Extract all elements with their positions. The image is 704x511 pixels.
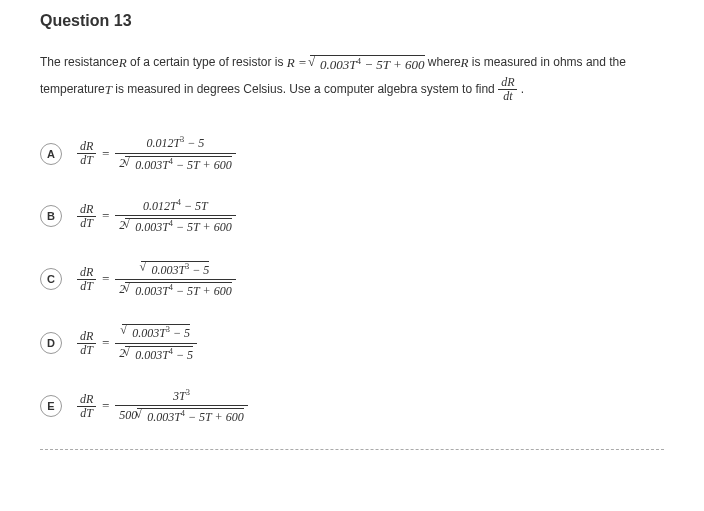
stem-var-r: R <box>119 50 127 76</box>
stem-var-r: R <box>461 50 469 76</box>
option-math: dRdT = 0.003T3 − 5 20.003T4 − 5 <box>77 322 197 364</box>
sqrt-icon: 0.003T3 − 5 <box>122 324 190 340</box>
rhs-frac: 3T3 5000.003T4 − 5T + 600 <box>115 386 248 427</box>
equals: = <box>101 271 110 287</box>
stem-equation: R = 0.003T4 − 5T + 600 <box>287 50 425 76</box>
rhs-frac: 0.012T4 − 5T 20.003T4 − 5T + 600 <box>115 196 236 237</box>
option-math: dRdT = 0.012T4 − 5T 20.003T4 − 5T + 600 <box>77 196 236 237</box>
sqrt-icon: 0.003T3 − 5 <box>141 261 209 277</box>
radio-icon: A <box>40 143 62 165</box>
num-rad: 0.003T3 − 5 <box>132 326 190 340</box>
lhs-num: dR <box>77 330 96 344</box>
lhs-num: dR <box>77 140 96 154</box>
rhs-num: 0.003T3 − 5 <box>115 259 236 280</box>
rhs-num: 0.012T3 − 5 <box>115 133 236 153</box>
rhs-den: 20.003T4 − 5T + 600 <box>115 154 236 174</box>
deriv-den: dt <box>498 90 517 103</box>
stem-deriv: dRdt <box>498 76 517 103</box>
option-math: dRdT = 3T3 5000.003T4 − 5T + 600 <box>77 386 248 427</box>
option-b[interactable]: B dRdT = 0.012T4 − 5T 20.003T4 − 5T + 60… <box>40 196 664 237</box>
stem-text: where <box>425 55 461 69</box>
equals: = <box>101 146 110 162</box>
lhs-den: dT <box>77 407 96 420</box>
rhs-den: 20.003T4 − 5T + 600 <box>115 216 236 236</box>
rhs-num: 0.003T3 − 5 <box>115 322 197 343</box>
rhs-den: 20.003T4 − 5 <box>115 344 197 364</box>
stem-text: . <box>517 82 524 96</box>
divider <box>40 449 664 450</box>
rhs-frac: 0.003T3 − 5 20.003T4 − 5 <box>115 322 197 364</box>
deriv-num: dR <box>498 76 517 90</box>
stem-text: The resistance <box>40 55 119 69</box>
sqrt-icon: 0.003T4 − 5T + 600 <box>125 156 232 172</box>
lhs-frac: dRdT <box>77 393 96 420</box>
option-math: dRdT = 0.003T3 − 5 20.003T4 − 5T + 600 <box>77 259 236 301</box>
option-e[interactable]: E dRdT = 3T3 5000.003T4 − 5T + 600 <box>40 386 664 427</box>
question-title: Question 13 <box>40 12 664 30</box>
option-a[interactable]: A dRdT = 0.012T3 − 5 20.003T4 − 5T + 600 <box>40 133 664 174</box>
rhs-num: 3T3 <box>115 386 248 406</box>
lhs-num: dR <box>77 393 96 407</box>
radio-icon: D <box>40 332 62 354</box>
options-list: A dRdT = 0.012T3 − 5 20.003T4 − 5T + 600… <box>40 133 664 426</box>
den-rad: 0.003T4 − 5 <box>135 348 193 362</box>
lhs-frac: dRdT <box>77 330 96 357</box>
stem-var-t: T <box>105 77 112 103</box>
den-rad: 0.003T4 − 5T + 600 <box>135 284 232 298</box>
lhs-den: dT <box>77 280 96 293</box>
lhs-den: dT <box>77 344 96 357</box>
sqrt-icon: 0.003T4 − 5T + 600 <box>125 218 232 234</box>
den-rad: 0.003T4 − 5T + 600 <box>135 158 232 172</box>
den-rad: 0.003T4 − 5T + 600 <box>135 220 232 234</box>
sqrt-icon: 0.003T4 − 5 <box>125 346 193 362</box>
option-math: dRdT = 0.012T3 − 5 20.003T4 − 5T + 600 <box>77 133 236 174</box>
radio-icon: E <box>40 395 62 417</box>
equals: = <box>101 398 110 414</box>
stem-text: of a certain type of resistor is <box>127 55 287 69</box>
lhs-frac: dRdT <box>77 266 96 293</box>
option-d[interactable]: D dRdT = 0.003T3 − 5 20.003T4 − 5 <box>40 322 664 364</box>
option-c[interactable]: C dRdT = 0.003T3 − 5 20.003T4 − 5T + 600 <box>40 259 664 301</box>
radio-icon: C <box>40 268 62 290</box>
eq-lhs: R = <box>287 55 310 70</box>
sqrt-icon: 0.003T4 − 5T + 600 <box>125 282 232 298</box>
eq-radicand: 0.003T4 − 5T + 600 <box>320 57 425 72</box>
sqrt-icon: 0.003T4 − 5T + 600 <box>137 408 244 424</box>
num-rad: 0.003T3 − 5 <box>151 263 209 277</box>
rhs-num: 0.012T4 − 5T <box>115 196 236 216</box>
lhs-num: dR <box>77 266 96 280</box>
lhs-num: dR <box>77 203 96 217</box>
lhs-frac: dRdT <box>77 140 96 167</box>
question-stem: The resistanceR of a certain type of res… <box>40 50 664 103</box>
rhs-frac: 0.003T3 − 5 20.003T4 − 5T + 600 <box>115 259 236 301</box>
lhs-den: dT <box>77 154 96 167</box>
rhs-den: 5000.003T4 − 5T + 600 <box>115 406 248 426</box>
rhs-frac: 0.012T3 − 5 20.003T4 − 5T + 600 <box>115 133 236 174</box>
lhs-frac: dRdT <box>77 203 96 230</box>
equals: = <box>101 335 110 351</box>
den-rad: 0.003T4 − 5T + 600 <box>147 410 244 424</box>
stem-text: is measured in degrees Celsius. Use a co… <box>112 82 498 96</box>
rhs-den: 20.003T4 − 5T + 600 <box>115 280 236 300</box>
lhs-den: dT <box>77 217 96 230</box>
equals: = <box>101 208 110 224</box>
sqrt-icon: 0.003T4 − 5T + 600 <box>310 55 425 73</box>
radio-icon: B <box>40 205 62 227</box>
